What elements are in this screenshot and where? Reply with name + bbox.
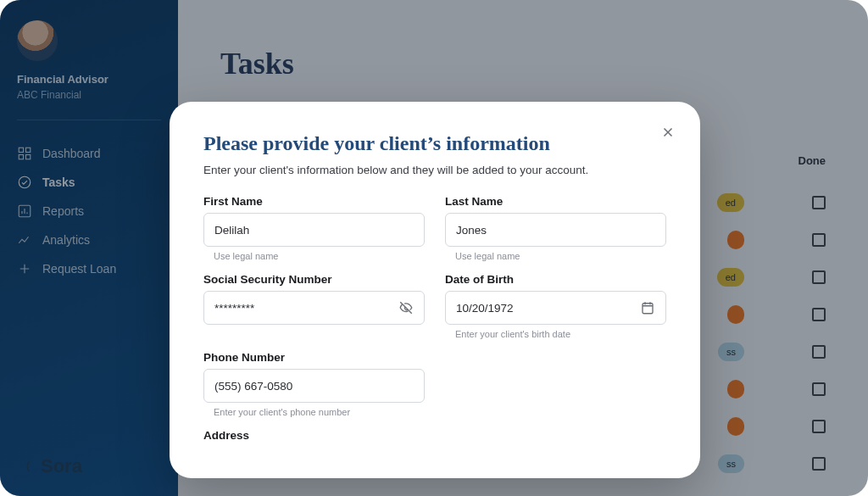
ssn-input-wrapper	[203, 291, 425, 325]
last-name-input[interactable]	[456, 224, 655, 237]
address-field: Address	[203, 429, 666, 447]
ssn-label: Social Security Number	[203, 273, 425, 286]
last-name-label: Last Name	[445, 195, 666, 208]
visibility-off-icon[interactable]	[398, 300, 414, 315]
dob-input-wrapper	[445, 291, 666, 325]
phone-label: Phone Number	[203, 351, 425, 364]
calendar-icon[interactable]	[640, 300, 655, 315]
phone-input-wrapper	[203, 369, 425, 403]
first-name-input-wrapper	[203, 213, 425, 247]
phone-helper: Enter your client's phone number	[214, 407, 425, 417]
svg-rect-6	[643, 304, 653, 314]
dob-field: Date of Birth Enter your client's birth …	[445, 273, 666, 339]
last-name-input-wrapper	[445, 213, 666, 247]
first-name-field: First Name Use legal name	[203, 195, 425, 261]
dob-label: Date of Birth	[445, 273, 666, 286]
modal-title: Please provide your client’s information	[203, 132, 666, 155]
dob-helper: Enter your client's birth date	[455, 329, 666, 339]
first-name-helper: Use legal name	[214, 251, 425, 261]
last-name-helper: Use legal name	[455, 251, 666, 261]
dob-input[interactable]	[456, 302, 640, 315]
modal-subtitle: Enter your client's information below an…	[203, 164, 666, 176]
phone-input[interactable]	[214, 380, 414, 393]
close-button[interactable]	[656, 120, 680, 144]
ssn-field: Social Security Number	[203, 273, 425, 339]
client-info-modal: Please provide your client’s information…	[170, 102, 700, 478]
first-name-label: First Name	[203, 195, 425, 208]
address-label: Address	[203, 429, 666, 442]
ssn-input[interactable]	[214, 302, 398, 315]
last-name-field: Last Name Use legal name	[445, 195, 666, 261]
close-icon	[660, 125, 676, 140]
phone-field: Phone Number Enter your client's phone n…	[203, 351, 425, 417]
first-name-input[interactable]	[214, 224, 414, 237]
